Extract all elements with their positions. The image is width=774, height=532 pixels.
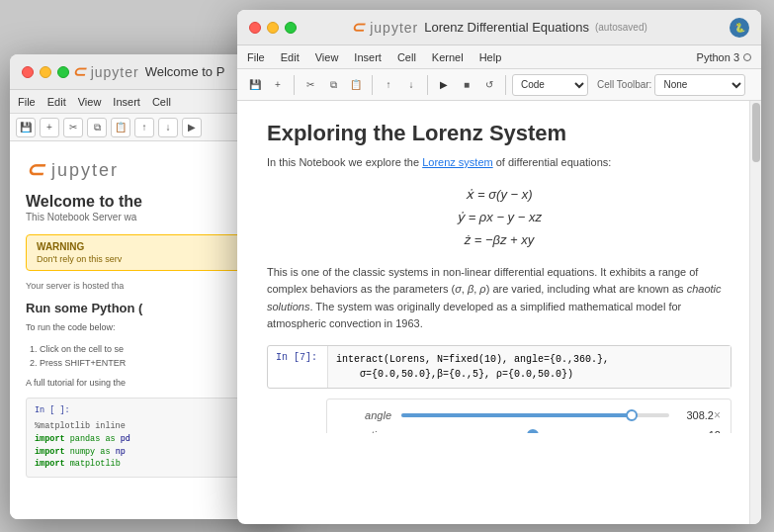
menu-cell-front[interactable]: Cell — [397, 51, 416, 63]
maximize-button[interactable] — [57, 66, 69, 78]
notebook-title: Exploring the Lorenz System — [267, 121, 731, 146]
front-window-title: ⊂ jupyter Lorenz Differential Equations … — [351, 18, 647, 37]
close-button[interactable] — [22, 66, 34, 78]
paste-btn-back[interactable]: 📋 — [111, 118, 130, 137]
run-python-text: To run the code below: — [26, 321, 271, 334]
server-text: Your server is hosted tha — [26, 281, 271, 291]
jupyter-logo-back: ⊂ — [72, 62, 85, 81]
widget-value-maxtime: 12 — [686, 429, 721, 433]
minimize-button[interactable] — [40, 66, 51, 78]
front-title-text: Lorenz Differential Equations — [424, 20, 589, 35]
widget-row-maxtime: max_time 12 — [337, 429, 721, 433]
close-button-front[interactable] — [249, 22, 261, 34]
widget-value-angle: 308.2 — [679, 409, 714, 421]
code-line-1: %matplotlib inline — [35, 420, 262, 433]
jupyter-wordmark-back: jupyter — [91, 64, 139, 80]
scrollbar[interactable] — [749, 101, 761, 524]
run-python-heading: Run some Python ( — [26, 301, 271, 315]
restart-btn[interactable]: ↺ — [479, 75, 499, 95]
save-btn-front[interactable]: 💾 — [245, 75, 265, 95]
back-traffic-lights — [10, 56, 81, 88]
slider-handle-angle[interactable] — [626, 409, 638, 421]
down-btn-back[interactable]: ↓ — [158, 118, 178, 137]
cell-type-dropdown[interactable]: Code Markdown Raw — [512, 74, 588, 96]
widget-label-maxtime: max_time — [337, 429, 391, 433]
notebook-intro: In this Notebook we explore the Lorenz s… — [267, 154, 731, 171]
front-toolbar: 💾 + ✂ ⧉ 📋 ↑ ↓ ▶ ■ ↺ Code Markdown Raw Ce… — [237, 69, 761, 101]
menu-insert-back[interactable]: Insert — [113, 96, 140, 108]
jupyter-wordmark-front: jupyter — [370, 20, 418, 36]
slider-track-angle — [401, 413, 632, 417]
toolbar-sep-4 — [505, 75, 506, 95]
add-btn-back[interactable]: + — [40, 118, 59, 137]
widget-row-angle: angle 308.2 — [337, 409, 714, 421]
content-area: Exploring the Lorenz System In this Note… — [237, 101, 761, 524]
python3-indicator: Python 3 — [697, 51, 751, 63]
warning-text: Don't rely on this serv — [37, 254, 260, 264]
menu-kernel-front[interactable]: Kernel — [432, 51, 464, 63]
front-traffic-lights — [237, 12, 308, 44]
back-logo-section: ⊂ jupyter — [26, 157, 271, 183]
scrollbar-thumb[interactable] — [752, 103, 760, 162]
warning-box: WARNING Don't rely on this serv — [26, 234, 271, 271]
cut-btn-back[interactable]: ✂ — [63, 118, 83, 137]
toolbar-sep-1 — [294, 75, 295, 95]
back-welcome-heading: Welcome to the — [26, 193, 271, 211]
code-content-line1: interact(Lorens, N=fixed(10), angle={0.,… — [336, 352, 723, 367]
code-cell-front: In [7]: interact(Lorens, N=fixed(10), an… — [267, 345, 731, 389]
menu-help-front[interactable]: Help — [479, 51, 502, 63]
jupyter-logo-front: ⊂ — [351, 18, 364, 37]
menu-insert-front[interactable]: Insert — [354, 51, 382, 63]
cell-code-area[interactable]: interact(Lorens, N=fixed(10), angle={0.,… — [327, 346, 731, 388]
widget-slider-container-angle — [401, 413, 669, 417]
run-btn-back[interactable]: ▶ — [182, 118, 202, 137]
eq-3: ż = −βz + xy — [267, 228, 731, 251]
widget-label-angle: angle — [337, 409, 391, 421]
minimize-button-front[interactable] — [267, 22, 279, 34]
front-title-bar: ⊂ jupyter Lorenz Differential Equations … — [237, 10, 761, 45]
front-title-subtitle: (autosaved) — [595, 22, 647, 33]
cell-in-label-front: In [7]: — [268, 346, 327, 388]
menu-cell-back[interactable]: Cell — [152, 96, 171, 108]
copy-btn-back[interactable]: ⧉ — [87, 118, 107, 137]
maximize-button-front[interactable] — [285, 22, 297, 34]
add-cell-btn[interactable]: + — [268, 75, 288, 95]
code-cell-back: In [ ]: %matplotlib inline import pandas… — [26, 398, 271, 478]
widget-slider-angle[interactable] — [401, 413, 669, 417]
menu-file-back[interactable]: File — [18, 96, 36, 108]
run-btn-front[interactable]: ▶ — [434, 75, 454, 95]
slider-handle-maxtime[interactable] — [527, 429, 539, 433]
copy-btn-front[interactable]: ⧉ — [323, 75, 343, 95]
step-2: Press SHIFT+ENTER — [40, 356, 271, 370]
python-badge: 🐍 — [730, 18, 749, 38]
menu-edit-front[interactable]: Edit — [281, 51, 300, 63]
toolbar-sep-2 — [372, 75, 373, 95]
kernel-status-dot — [743, 53, 751, 61]
move-up-btn[interactable]: ↑ — [379, 75, 398, 95]
menu-edit-back[interactable]: Edit — [47, 96, 66, 108]
eq-2: ẏ = ρx − y − xz — [267, 206, 731, 228]
widget-area: × angle 308.2 max_time — [326, 399, 731, 433]
warning-title: WARNING — [37, 241, 260, 252]
paste-btn-front[interactable]: 📋 — [346, 75, 366, 95]
cut-btn-front[interactable]: ✂ — [301, 75, 320, 95]
notebook-description: This is one of the classic systems in no… — [267, 264, 731, 333]
cell-toolbar-dropdown[interactable]: None Edit Metadata — [654, 74, 745, 96]
full-tutorial-text: A full tutorial for using the — [26, 378, 271, 388]
cell-in-label-back: In [ ]: — [35, 404, 262, 417]
front-menu-bar: File Edit View Insert Cell Kernel Help P… — [237, 45, 761, 69]
menu-view-front[interactable]: View — [315, 51, 339, 63]
eq-1: ẋ = σ(y − x) — [267, 183, 731, 206]
widget-close-button[interactable]: × — [714, 409, 721, 421]
menu-file-front[interactable]: File — [247, 51, 265, 63]
save-btn-back[interactable]: 💾 — [16, 118, 36, 137]
run-steps-list: Click on the cell to se Press SHIFT+ENTE… — [26, 342, 271, 371]
menu-view-back[interactable]: View — [78, 96, 102, 108]
code-line-4: import matplotlib — [35, 458, 262, 471]
python3-label: Python 3 — [697, 51, 739, 63]
lorenz-link[interactable]: Lorenz system — [422, 156, 493, 168]
stop-btn[interactable]: ■ — [457, 75, 476, 95]
toolbar-sep-3 — [427, 75, 428, 95]
move-down-btn[interactable]: ↓ — [401, 75, 421, 95]
up-btn-back[interactable]: ↑ — [134, 118, 154, 137]
